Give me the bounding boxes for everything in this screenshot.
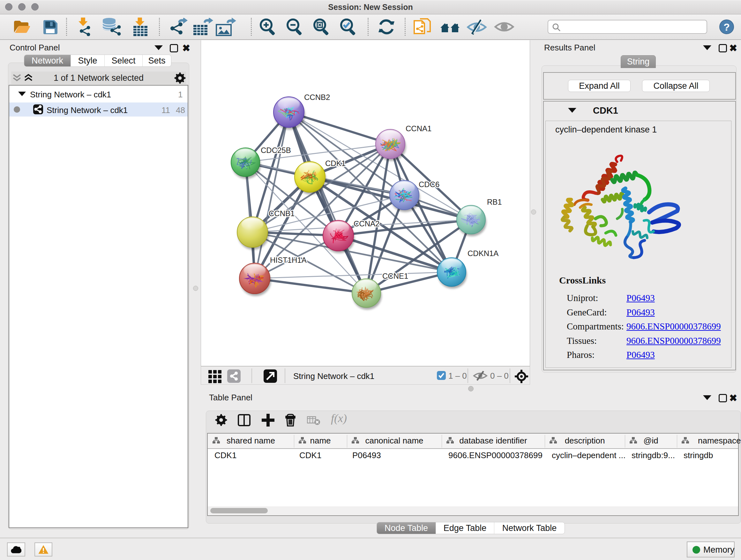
svg-text:CCNA2: CCNA2 (354, 219, 380, 228)
svg-text:CCNE1: CCNE1 (382, 272, 408, 280)
svg-text:CDC25B: CDC25B (261, 146, 291, 154)
svg-text:CDKN1A: CDKN1A (468, 249, 498, 258)
svg-text:HIST1H1A: HIST1H1A (270, 256, 307, 264)
svg-text:CCNA1: CCNA1 (406, 124, 431, 133)
svg-text:RB1: RB1 (487, 198, 502, 206)
svg-text:CDK1: CDK1 (325, 159, 346, 168)
svg-text:CCNB1: CCNB1 (269, 209, 294, 218)
svg-text:CCNB2: CCNB2 (304, 93, 330, 102)
svg-text:f(x): f(x) (331, 413, 347, 425)
svg-text:CDC6: CDC6 (419, 180, 440, 189)
